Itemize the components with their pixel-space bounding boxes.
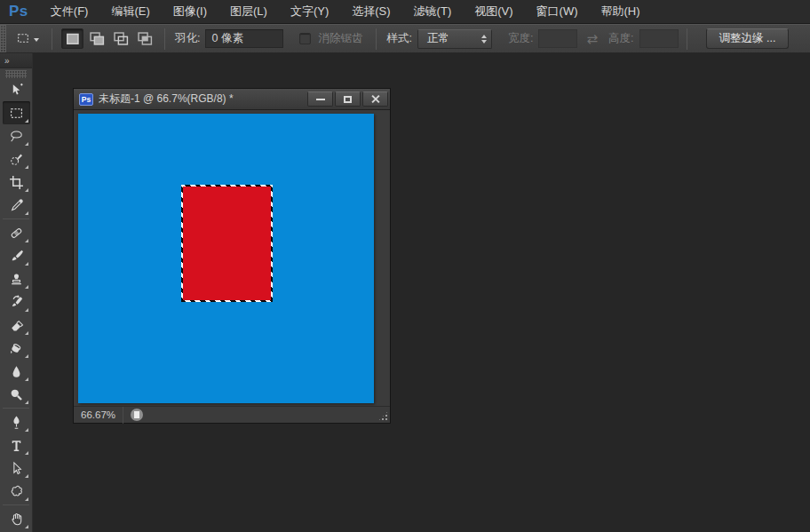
marquee-icon [9, 106, 24, 121]
blur-icon [9, 364, 24, 379]
shape-icon [9, 484, 24, 499]
add-selection-icon [86, 28, 107, 49]
maximize-button[interactable] [335, 91, 361, 107]
pen-icon [9, 415, 24, 430]
type-tool[interactable] [3, 433, 30, 457]
document-ps-icon: Ps [79, 93, 93, 106]
custom-shape-tool[interactable] [3, 480, 30, 503]
menu-items: 文件(F)编辑(E)图像(I)图层(L)文字(Y)选择(S)滤镜(T)视图(V)… [39, 0, 652, 23]
options-bar-grip[interactable] [0, 25, 6, 52]
menu-item-5[interactable]: 选择(S) [340, 0, 401, 23]
height-input[interactable] [639, 29, 679, 48]
minimize-icon [316, 99, 325, 100]
brush-icon [9, 249, 24, 264]
feather-label: 羽化: [175, 31, 200, 46]
dodge-tool[interactable] [3, 383, 30, 406]
blur-tool[interactable] [3, 360, 30, 383]
menu-item-9[interactable]: 帮助(H) [590, 0, 652, 23]
new-selection-button[interactable] [61, 28, 83, 49]
document-title: 未标题-1 @ 66.7%(RGB/8) * [99, 91, 306, 107]
style-dropdown[interactable]: 正常 [417, 29, 492, 49]
eraser-icon [9, 318, 24, 333]
rectangular-marquee-tool[interactable] [3, 101, 30, 124]
divider [52, 28, 52, 50]
panel-drag-handle[interactable] [5, 70, 27, 78]
spinner-arrows-icon [481, 35, 487, 44]
crop-icon [9, 175, 24, 190]
lasso-tool[interactable] [3, 124, 30, 147]
marching-ants-selection[interactable] [181, 185, 273, 302]
path-selection-tool[interactable] [3, 457, 30, 480]
subtract-selection-icon [110, 28, 131, 49]
menu-item-4[interactable]: 文字(Y) [279, 0, 340, 23]
document-window[interactable]: Ps 未标题-1 @ 66.7%(RGB/8) * 66.67% [73, 88, 391, 424]
selection-mode-group [60, 28, 156, 49]
path-select-icon [9, 461, 24, 476]
subtract-from-selection-button[interactable] [109, 28, 131, 49]
history-brush-icon [9, 295, 24, 310]
quick-selection-icon [9, 152, 24, 167]
clone-stamp-tool[interactable] [3, 267, 30, 290]
document-info-icon[interactable] [131, 409, 143, 421]
close-button[interactable] [362, 91, 388, 107]
bucket-icon [9, 341, 24, 356]
photoshop-logo: Ps [0, 3, 39, 20]
menu-item-8[interactable]: 窗口(W) [525, 0, 590, 23]
type-icon [9, 438, 24, 453]
width-input[interactable] [538, 29, 577, 48]
crop-tool[interactable] [3, 171, 30, 194]
spot-healing-brush-tool[interactable] [3, 221, 30, 244]
workspace: Ps 未标题-1 @ 66.7%(RGB/8) * 66.67% [34, 53, 810, 532]
rect-marquee-preset-icon [16, 31, 31, 46]
pen-tool[interactable] [3, 410, 30, 433]
history-brush-tool[interactable] [3, 290, 30, 314]
eyedropper-icon [9, 198, 24, 213]
new-selection-icon [62, 28, 83, 49]
lasso-icon [9, 129, 24, 144]
window-resize-grip[interactable] [377, 410, 389, 422]
menu-item-3[interactable]: 图层(L) [218, 0, 279, 23]
antialias-label: 消除锯齿 [318, 31, 362, 46]
eraser-tool[interactable] [3, 314, 30, 337]
swap-dimensions-icon[interactable]: ⇄ [586, 31, 598, 47]
double-chevron-icon: » [4, 56, 11, 66]
tool-group-divider [3, 408, 29, 409]
quick-selection-tool[interactable] [3, 147, 30, 171]
divider [164, 28, 165, 50]
intersect-selection-button[interactable] [133, 28, 155, 49]
move-tool[interactable] [3, 78, 30, 101]
document-content-area [74, 110, 390, 406]
style-dropdown-value: 正常 [427, 31, 449, 46]
divider [376, 28, 377, 50]
document-title-bar[interactable]: Ps 未标题-1 @ 66.7%(RGB/8) * [74, 89, 390, 110]
menu-item-0[interactable]: 文件(F) [39, 0, 100, 23]
tool-group-divider [3, 504, 29, 505]
refine-edge-button[interactable]: 调整边缘 ... [706, 28, 790, 49]
add-to-selection-button[interactable] [85, 28, 107, 49]
tool-preset-picker[interactable] [12, 28, 44, 49]
menu-item-6[interactable]: 滤镜(T) [402, 0, 464, 23]
antialias-checkbox[interactable] [299, 33, 311, 44]
feather-input[interactable] [205, 29, 283, 48]
paint-bucket-tool[interactable] [3, 337, 30, 360]
brush-tool[interactable] [3, 244, 30, 267]
eyedropper-tool[interactable] [3, 194, 30, 217]
maximize-icon [344, 96, 352, 103]
stamp-icon [9, 272, 24, 287]
menu-item-2[interactable]: 图像(I) [162, 0, 218, 23]
collapse-panel-button[interactable]: » [0, 53, 32, 68]
style-label: 样式: [386, 31, 411, 46]
document-status-bar: 66.67% [74, 406, 390, 423]
menu-item-1[interactable]: 编辑(E) [99, 0, 161, 23]
minimize-button[interactable] [307, 91, 333, 107]
height-label: 高度: [608, 31, 633, 46]
healing-icon [9, 226, 24, 241]
divider [687, 28, 687, 50]
width-label: 宽度: [508, 31, 533, 46]
canvas[interactable] [78, 114, 374, 403]
move-icon [9, 83, 24, 98]
tool-list [0, 78, 32, 530]
menu-item-7[interactable]: 视图(V) [463, 0, 524, 23]
hand-tool[interactable] [3, 507, 30, 530]
zoom-level-field[interactable]: 66.67% [74, 409, 123, 420]
